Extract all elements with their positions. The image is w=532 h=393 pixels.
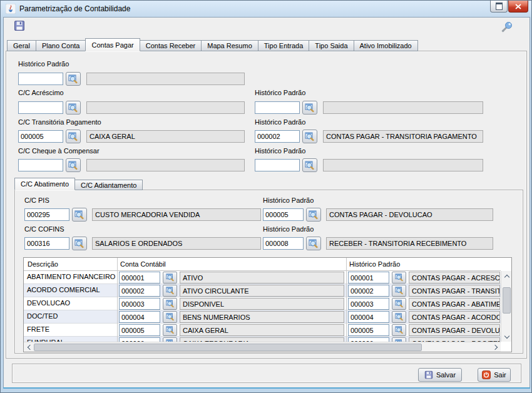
cell-hp-desc-field: CONTAS PAGAR - ACORDO C [409, 311, 500, 323]
cell-hp-lookup-button[interactable] [392, 298, 406, 310]
cell-conta-lookup-button[interactable] [163, 311, 177, 323]
cell-descricao[interactable]: FRETE [27, 325, 49, 333]
cell-conta-lookup-button[interactable] [163, 324, 177, 336]
magnifier-icon [309, 210, 319, 220]
save-icon [424, 370, 433, 379]
contas-table: Descrição Conta Contábil Histórico Padrã… [23, 257, 512, 352]
cell-descricao[interactable]: ABATIMENTO FINANCEIRO [27, 273, 115, 280]
cell-conta-lookup-button[interactable] [163, 285, 177, 297]
restore-button[interactable] [490, 1, 508, 13]
tab-mapa-resumo[interactable]: Mapa Resumo [201, 40, 258, 51]
header-conta-contabil[interactable]: Conta Contábil [120, 260, 166, 268]
titlebar[interactable]: Parametrização de Contabilidade [1, 1, 531, 17]
cell-conta-code-input[interactable] [119, 311, 160, 323]
sair-button[interactable]: Sair [478, 368, 511, 382]
header-historico-padrao[interactable]: Histórico Padrão [349, 260, 400, 268]
cell-hp-lookup-button[interactable] [392, 324, 406, 336]
cell-conta-lookup-button[interactable] [163, 272, 177, 283]
cc-cheque-lookup-button[interactable] [66, 158, 81, 172]
cell-descricao[interactable]: DEVOLUCAO [27, 299, 70, 307]
cell-hp-lookup-button[interactable] [392, 272, 406, 283]
cc-transitoria-desc-field: CAIXA GERAL [86, 130, 245, 143]
cc-cofins-code-input[interactable] [24, 237, 69, 250]
scroll-right-button[interactable] [491, 342, 501, 352]
vertical-scrollbar[interactable] [501, 271, 512, 342]
cell-descricao[interactable]: DOC/TED [27, 312, 58, 320]
cell-conta-code-input[interactable] [119, 272, 160, 283]
cell-hp-code-input[interactable] [348, 311, 389, 323]
cc-acrescimo-label: C/C Acréscimo [18, 89, 64, 96]
chevron-down-icon [504, 333, 509, 338]
cc-cheque-label: C/C Cheque à Compensar [18, 147, 100, 155]
transitoria-hp-desc-field: CONTAS PAGAR - TRANSITORIA PAGAMENTO [323, 130, 483, 143]
table-header: Descrição Conta Contábil Histórico Padrã… [24, 258, 501, 271]
subtab-cc-adiantamento[interactable]: C/C Adiantamento [74, 180, 143, 190]
cc-acrescimo-lookup-button[interactable] [66, 101, 81, 115]
transitoria-hp-lookup-button[interactable] [302, 130, 317, 143]
cell-hp-lookup-button[interactable] [392, 311, 406, 323]
cc-pis-code-input[interactable] [24, 208, 69, 221]
table-row[interactable]: DOC/TED BENS NUMERARIOS CONTAS PAGAR - A… [24, 310, 501, 324]
table-row[interactable]: ABATIMENTO FINANCEIRO ATIVO CONTAS PAGAR… [24, 271, 501, 284]
cc-transitoria-code-input[interactable] [18, 130, 63, 143]
cc-cheque-code-input[interactable] [18, 159, 63, 171]
pis-hp-lookup-button[interactable] [306, 208, 321, 222]
cc-transitoria-label: C/C Transitória Pagamento [18, 118, 101, 126]
cc-transitoria-lookup-button[interactable] [66, 130, 81, 143]
tab-contas-pagar[interactable]: Contas Pagar [85, 38, 140, 51]
cell-hp-code-input[interactable] [348, 298, 389, 310]
cofins-hp-code-input[interactable] [263, 237, 304, 250]
historico-padrao-top-code-input[interactable] [18, 73, 63, 85]
cell-conta-code-input[interactable] [119, 324, 160, 336]
cofins-hp-desc-field: RECEBER - TRANSITORIA RECEBIMENTO [326, 237, 493, 250]
table-row[interactable]: FRETE CAIXA GERAL CONTAS PAGAR - DEVOLUC… [24, 324, 501, 337]
cc-pis-lookup-button[interactable] [72, 208, 87, 222]
tab-plano-conta[interactable]: Plano Conta [36, 40, 86, 51]
tab-contas-receber[interactable]: Contas Receber [140, 40, 202, 51]
transitoria-hp-code-input[interactable] [255, 130, 300, 143]
cell-hp-code-input[interactable] [348, 285, 389, 297]
tab-ativo-imobilizado[interactable]: Ativo Imobilizado [354, 40, 418, 51]
cell-conta-desc-field: ATIVO CIRCULANTE [180, 285, 344, 297]
scroll-left-button[interactable] [24, 342, 34, 352]
cell-conta-code-input[interactable] [119, 298, 160, 310]
acrescimo-hp-code-input[interactable] [255, 101, 300, 114]
chevron-left-icon [27, 345, 32, 350]
horizontal-scrollbar[interactable] [24, 342, 501, 352]
cell-hp-desc-field: CONTAS PAGAR - ABATIMENT [409, 298, 500, 310]
tab-tipo-entrada[interactable]: Tipo Entrada [258, 40, 310, 51]
horizontal-scroll-thumb[interactable] [34, 344, 422, 351]
pis-hp-code-input[interactable] [263, 208, 304, 221]
tab-geral[interactable]: Geral [7, 40, 36, 51]
header-descricao[interactable]: Descrição [28, 260, 58, 268]
cell-descricao[interactable]: ACORDO COMERCIAL [27, 286, 100, 293]
tab-tipo-saida[interactable]: Tipo Saida [309, 40, 354, 51]
cell-hp-code-input[interactable] [348, 324, 389, 336]
salvar-button[interactable]: Salvar [418, 368, 462, 382]
cc-cofins-label: C/C COFINS [24, 225, 64, 233]
table-row[interactable]: DEVOLUCAO DISPONIVEL CONTAS PAGAR - ABAT… [24, 297, 501, 310]
key-icon[interactable] [499, 21, 513, 34]
table-row[interactable]: ACORDO COMERCIAL ATIVO CIRCULANTE CONTAS… [24, 284, 501, 297]
scroll-up-button[interactable] [501, 271, 512, 281]
cc-acrescimo-code-input[interactable] [18, 101, 63, 114]
scroll-down-button[interactable] [501, 332, 512, 342]
cell-conta-lookup-button[interactable] [163, 298, 177, 310]
save-icon[interactable] [14, 20, 25, 31]
close-button[interactable] [508, 1, 528, 13]
cc-cofins-lookup-button[interactable] [72, 237, 87, 250]
historico-padrao-top-lookup-button[interactable] [66, 72, 81, 86]
cell-hp-code-input[interactable] [348, 272, 389, 283]
cofins-hp-lookup-button[interactable] [306, 237, 321, 250]
magnifier-icon [166, 273, 175, 282]
cc-cofins-desc-field: SALARIOS E ORDENADOS [92, 237, 261, 250]
acrescimo-hp-lookup-button[interactable] [302, 101, 317, 115]
cell-hp-lookup-button[interactable] [392, 285, 406, 297]
cheque-hp-lookup-button[interactable] [302, 158, 317, 172]
chevron-right-icon [492, 345, 497, 350]
historico-padrao-top-desc-field [86, 73, 245, 85]
vertical-scroll-thumb[interactable] [503, 287, 511, 314]
subtab-cc-abatimento[interactable]: C/C Abatimento [14, 178, 75, 190]
cell-conta-code-input[interactable] [119, 285, 160, 297]
cheque-hp-code-input[interactable] [255, 159, 300, 171]
